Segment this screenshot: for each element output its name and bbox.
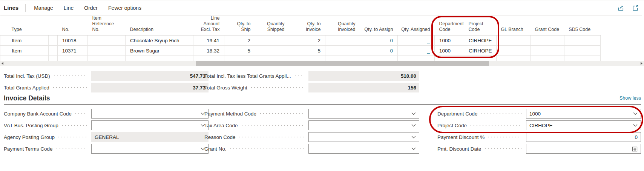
dotted-leader	[471, 125, 521, 126]
department-code-input[interactable]: 1000	[526, 109, 641, 119]
dotted-leader	[230, 148, 304, 149]
menu-manage[interactable]: Manage	[34, 5, 53, 11]
cell-department-code[interactable]: 1000	[435, 46, 464, 56]
col-gl-branch[interactable]: GL Branch	[497, 15, 531, 35]
cell-description[interactable]: Brown Sugar	[126, 46, 193, 56]
cell-no[interactable]: 10371	[58, 46, 88, 56]
cell-quantity-invoiced[interactable]	[325, 35, 360, 46]
payment-discount-pct-input[interactable]: 0	[526, 132, 641, 142]
field-reason-code: Reason Code	[204, 132, 419, 142]
col-type[interactable]: Type	[7, 15, 49, 35]
cell-gl-branch[interactable]	[497, 35, 531, 46]
company-bank-account-code-input[interactable]	[91, 109, 209, 119]
cell-quantity-shipped[interactable]	[255, 46, 289, 56]
cell-qty-to-ship[interactable]: 2	[224, 35, 255, 46]
row-selector-cell[interactable]	[0, 35, 7, 46]
field-company-bank-account-code: Company Bank Account Code	[4, 109, 209, 119]
cell-project-code[interactable]: CIRHOPE	[464, 35, 497, 46]
cell-no[interactable]: 10018	[58, 35, 88, 46]
col-qty-assigned[interactable]: Qty. Assigned	[398, 15, 435, 35]
cell-expand[interactable]	[49, 35, 58, 46]
calendar-icon[interactable]	[632, 146, 638, 152]
cell-grant-code[interactable]	[531, 35, 564, 46]
vat-bus-posting-group-input[interactable]	[91, 120, 209, 130]
invoice-details-column-2: Payment Method Code Tax Area Code Reason…	[204, 109, 419, 156]
cell-item-reference-no[interactable]	[88, 35, 126, 46]
col-sd5-code[interactable]: SD5 Code	[564, 15, 601, 35]
cell-line-amount[interactable]: 19.41	[193, 35, 224, 46]
field-value: GENERAL	[95, 134, 205, 140]
cell-qty-to-invoice[interactable]: 5	[289, 46, 325, 56]
dotted-leader	[295, 75, 304, 76]
total-incl-tax-less-grants-row: Total Incl. Tax less Total Grants Appli.…	[204, 71, 419, 81]
cell-qty-to-invoice[interactable]: 2	[289, 35, 325, 46]
scrollbar-thumb[interactable]	[196, 61, 489, 66]
grant-no-input[interactable]	[308, 144, 419, 154]
col-qty-to-invoice[interactable]: Qty. to Invoice	[289, 15, 325, 35]
field-label: Pmt. Discount Date	[437, 146, 481, 152]
cell-qty-to-ship[interactable]: 5	[224, 46, 255, 56]
field-label: Payment Method Code	[204, 111, 256, 117]
row-selector-cell[interactable]	[0, 46, 7, 56]
table-header-row: Type No. Item Reference No. Description …	[0, 15, 642, 35]
col-line-amount-excl-tax[interactable]: Line Amount Excl. Tax	[193, 15, 224, 35]
payment-terms-code-input[interactable]	[91, 144, 209, 154]
field-project-code: Project Code CIRHOPE	[437, 120, 641, 130]
col-item-reference-no[interactable]: Item Reference No.	[88, 15, 126, 35]
col-qty-to-assign[interactable]: Qty. to Assign	[360, 15, 398, 35]
cell-description[interactable]: Chocolate Sryup Rich	[126, 35, 193, 46]
cell-qty-to-assign[interactable]: 0	[360, 46, 398, 56]
cell-expand[interactable]	[49, 46, 58, 56]
col-no[interactable]: No.	[58, 15, 88, 35]
table-horizontal-scrollbar[interactable]	[0, 61, 644, 66]
chevron-down-icon	[633, 124, 638, 127]
cell-type[interactable]: Item	[7, 35, 49, 46]
cell-qty-assigned[interactable]: _	[398, 46, 435, 56]
field-grant-no: Grant No.	[204, 144, 419, 154]
cell-sd5-code[interactable]	[564, 35, 601, 46]
total-incl-tax-value: 547.73	[91, 71, 209, 81]
col-department-code[interactable]: Department Code	[435, 15, 464, 35]
dotted-leader	[260, 113, 304, 114]
sales-document-lines-page: Lines Manage Line Order Fewer options	[0, 0, 644, 171]
field-label: Tax Area Code	[204, 123, 238, 128]
field-label: Agency Posting Group	[4, 134, 55, 140]
chevron-down-icon	[633, 112, 638, 115]
cell-qty-to-assign[interactable]: 0	[360, 35, 398, 46]
cell-sd5-code[interactable]	[564, 46, 601, 56]
popout-icon[interactable]	[631, 4, 639, 12]
col-grant-code[interactable]: Grant Code	[531, 15, 564, 35]
scroll-right-arrow-icon[interactable]	[641, 62, 642, 65]
menu-order[interactable]: Order	[84, 5, 98, 11]
dotted-leader	[242, 125, 304, 126]
agency-posting-group-value: GENERAL	[91, 132, 209, 142]
cell-qty-assigned[interactable]: _	[398, 35, 435, 46]
cell-grant-code[interactable]	[531, 46, 564, 56]
col-qty-to-ship[interactable]: Qty. to Ship	[224, 15, 255, 35]
col-project-code[interactable]: Project Code	[464, 15, 497, 35]
col-description[interactable]: Description	[126, 15, 193, 35]
col-quantity-shipped[interactable]: Quantity Shipped	[255, 15, 289, 35]
total-grants-applied-label: Total Grants Applied	[4, 85, 49, 91]
cell-gl-branch[interactable]	[497, 46, 531, 56]
cell-quantity-shipped[interactable]	[255, 35, 289, 46]
cell-type[interactable]: Item	[7, 46, 49, 56]
cell-item-reference-no[interactable]	[88, 46, 126, 56]
share-icon[interactable]	[617, 4, 624, 12]
col-filler	[601, 15, 642, 35]
menu-fewer-options[interactable]: Fewer options	[108, 5, 141, 11]
cell-quantity-invoiced[interactable]	[325, 46, 360, 56]
invoice-details-header: Invoice Details Show less	[4, 94, 641, 105]
pmt-discount-date-input[interactable]	[526, 144, 641, 154]
cell-line-amount[interactable]: 18.32	[193, 46, 224, 56]
payment-method-code-input[interactable]	[308, 109, 419, 119]
cell-department-code[interactable]: 1000	[435, 35, 464, 46]
scroll-left-arrow-icon[interactable]	[2, 62, 3, 65]
project-code-input[interactable]: CIRHOPE	[526, 120, 641, 130]
tax-area-code-input[interactable]	[308, 120, 419, 130]
cell-project-code[interactable]: CIRHOPE	[464, 46, 497, 56]
col-quantity-invoiced[interactable]: Quantity Invoiced	[325, 15, 360, 35]
show-less-link[interactable]: Show less	[619, 96, 641, 101]
reason-code-input[interactable]	[308, 132, 419, 142]
menu-line[interactable]: Line	[64, 5, 74, 11]
